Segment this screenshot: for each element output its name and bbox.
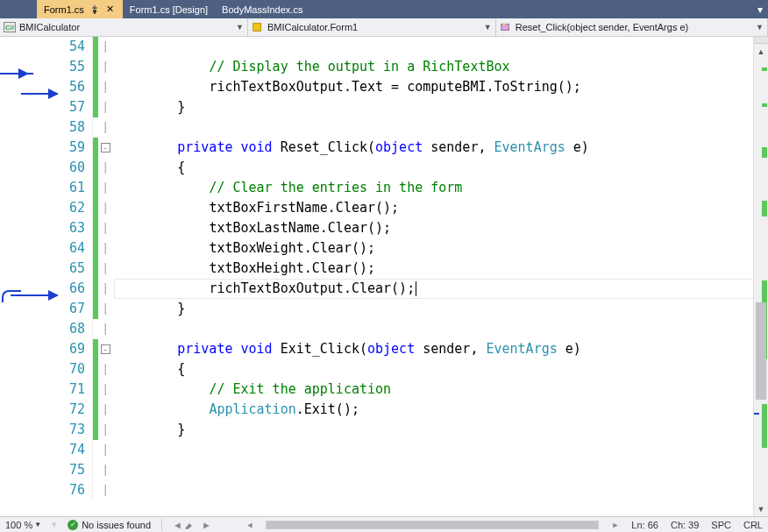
project-name: BMICalculator [19,22,80,32]
comment: // Display the output in a RichTextBox [209,59,509,74]
line-number: 71 [58,379,93,400]
code-line[interactable]: 68 │ [0,319,768,339]
svg-rect-1 [501,25,509,31]
scroll-up-icon[interactable]: ▲ [754,44,768,59]
tab-form1-cs[interactable]: Form1.cs ✕ [37,0,123,18]
member-name: Reset_Click(object sender, EventArgs e) [516,22,688,32]
code-line[interactable]: 72 │ Application.Exit(); [0,400,768,420]
chevron-down-icon: ▼ [756,23,764,32]
change-marker [762,404,767,448]
tab-label: Form1.cs [44,4,84,15]
code-line[interactable]: 60 │ { [0,158,768,178]
error-nav[interactable]: ◄ ► [173,520,211,530]
line-number: 72 [58,400,93,420]
scroll-left-icon[interactable]: ◄ [246,521,254,529]
line-number: 76 [58,480,93,500]
lineending-indicator[interactable]: CRL [743,520,763,530]
line-number: 74 [58,440,93,460]
class-dropdown[interactable]: BMICalculator.Form1 ▼ [248,18,496,36]
code-line[interactable]: 56 │ richTextBoxOutput.Text = computeBMI… [0,77,768,97]
code-line[interactable]: 69 - private void Exit_Click(object send… [0,339,768,359]
zoom-dropdown[interactable]: 100 % ▼ [5,520,41,530]
line-number: 55 [58,57,93,77]
tab-label: Form1.cs [Design] [130,4,208,15]
text-caret [416,281,416,296]
line-number: 54 [58,37,93,57]
code-line[interactable]: 59 - private void Reset_Click(object sen… [0,138,768,158]
member-dropdown[interactable]: Reset_Click(object sender, EventArgs e) … [496,18,768,36]
zoom-value: 100 % [5,520,32,530]
space-indicator[interactable]: SPC [711,520,731,530]
class-name: BMICalculator.Form1 [267,22,358,32]
tab-form1-design[interactable]: Form1.cs [Design] [123,0,215,18]
scroll-right-icon[interactable]: ► [611,521,619,529]
chevron-down-icon: ▼ [34,521,41,528]
line-number: 69 [58,339,93,359]
line-number: 61 [58,178,93,198]
tab-bar: Form1.cs ✕ Form1.cs [Design] BodyMassInd… [0,0,768,18]
line-number: 67 [58,299,93,319]
code-line[interactable]: 65 │ txtBoxHeight.Clear(); [0,259,768,279]
line-number: 60 [58,158,93,178]
close-icon[interactable]: ✕ [105,4,116,15]
scrollbar-thumb[interactable] [756,302,766,400]
char-indicator[interactable]: Ch: 39 [671,520,699,530]
pin-icon[interactable] [89,4,100,15]
code-line[interactable]: 70 │ { [0,359,768,379]
line-number: 56 [58,77,93,97]
code-line[interactable]: 58 │ [0,117,768,138]
horizontal-scrollbar[interactable] [266,521,599,529]
tab-bodymassindex[interactable]: BodyMassIndex.cs [215,0,309,18]
fold-toggle[interactable]: - [101,143,110,153]
code-line[interactable]: 71 │ // Exit the application [0,379,768,400]
code-text: } [177,99,185,115]
line-number: 75 [58,460,93,480]
code-line[interactable]: 67 │ } [0,299,768,319]
change-marker [762,67,767,71]
code-editor[interactable]: 54 │ 55 │ // Display the output in a Ric… [0,37,768,516]
fold-toggle[interactable]: - [101,344,110,354]
line-number: 59 [58,138,93,158]
scroll-down-icon[interactable]: ▼ [754,501,768,516]
comment: // Exit the application [209,381,391,397]
navigation-bar: C# BMICalculator ▼ BMICalculator.Form1 ▼… [0,18,768,37]
comment: // Clear the entries in the form [209,180,462,195]
nav-next-icon[interactable]: ► [202,520,211,530]
code-line[interactable]: 61 │ // Clear the entries in the form [0,178,768,198]
class-icon [252,21,264,33]
brush-icon[interactable] [184,520,200,530]
split-handle[interactable] [754,37,768,44]
vertical-scrollbar[interactable]: ▲ ▼ [753,37,768,516]
line-number: 65 [58,259,93,279]
scrollbar-track[interactable] [754,59,768,501]
code-line[interactable]: 55 │ // Display the output in a RichText… [0,57,768,77]
code-line[interactable]: 73 │ } [0,420,768,440]
tab-overflow-dropdown[interactable]: ▾ [757,0,768,18]
line-number: 63 [58,218,93,238]
project-dropdown[interactable]: C# BMICalculator ▼ [0,18,248,36]
line-number: 64 [58,238,93,259]
change-marker [762,201,767,216]
line-number: 66 [58,279,93,299]
code-line[interactable]: 75 │ [0,460,768,480]
line-number: 70 [58,359,93,379]
nav-prev-icon[interactable]: ◄ [173,520,182,530]
code-line[interactable]: 66 │ richTextBoxOutput.Clear(); [0,279,768,299]
code-line[interactable]: 54 │ [0,37,768,57]
caret-position-marker [754,413,759,415]
code-text: richTextBoxOutput.Text = computeBMI.ToSt… [209,79,580,95]
line-number: 73 [58,420,93,440]
code-line[interactable]: 64 │ txtBoxWeight.Clear(); [0,238,768,259]
svg-rect-0 [253,24,261,32]
code-line[interactable]: 74 │ [0,440,768,460]
code-line[interactable]: 63 │ txtBoxLastName.Clear(); [0,218,768,238]
code-line[interactable]: 57 │ } [0,97,768,117]
line-number: 58 [58,117,93,138]
line-indicator[interactable]: Ln: 66 [631,520,658,530]
change-marker [762,147,767,158]
code-line[interactable]: 76 │ [0,480,768,500]
issues-text: No issues found [82,520,151,530]
tab-label: BodyMassIndex.cs [222,4,302,15]
issues-status[interactable]: ✓ No issues found [68,520,151,530]
code-line[interactable]: 62 │ txtBoxFirstName.Clear(); [0,198,768,218]
